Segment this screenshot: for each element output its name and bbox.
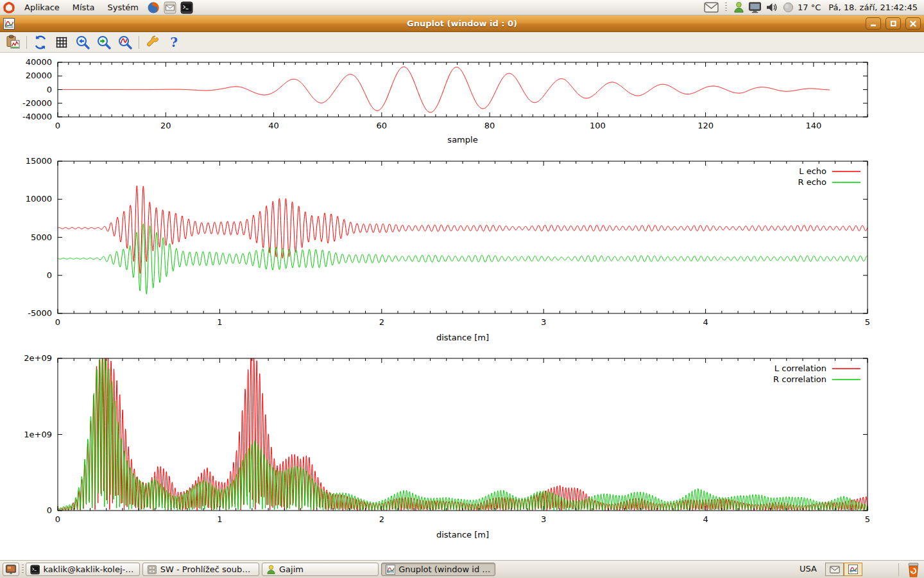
copy-to-clipboard-button[interactable] xyxy=(5,35,21,50)
svg-text:0: 0 xyxy=(47,85,52,94)
svg-text:40000: 40000 xyxy=(26,57,52,67)
bottom-taskbar: kaklik@kaklik-kolej-u... SW - Prohlížeč … xyxy=(0,560,924,578)
trash-applet[interactable] xyxy=(905,562,921,577)
svg-text:120: 120 xyxy=(697,121,714,130)
menu-system[interactable]: Systém xyxy=(101,0,144,15)
settings-wrench-button[interactable] xyxy=(145,35,160,50)
gnuplot-window-thumb-icon xyxy=(848,565,858,574)
svg-text:sample: sample xyxy=(447,135,477,144)
toolbar-separator xyxy=(26,36,27,49)
previous-zoom-button[interactable] xyxy=(75,35,90,50)
menu-places[interactable]: Místa xyxy=(66,0,101,15)
volume-icon[interactable] xyxy=(766,2,779,13)
display-icon[interactable] xyxy=(748,1,762,13)
svg-text:distance [m]: distance [m] xyxy=(436,333,489,342)
menu-applications[interactable]: Aplikace xyxy=(18,0,66,15)
top-panel: Aplikace Místa Systém xyxy=(0,0,924,15)
top-panel-left: Aplikace Místa Systém xyxy=(0,0,195,15)
help-button[interactable]: ? xyxy=(166,35,182,50)
svg-text:40: 40 xyxy=(268,121,279,130)
task-label: SW - Prohlížeč souborů xyxy=(160,565,255,574)
tasklist-drag-handle[interactable] xyxy=(22,565,24,575)
svg-text:1e+09: 1e+09 xyxy=(24,430,52,439)
ubuntu-logo-icon[interactable] xyxy=(3,1,15,14)
svg-text:0: 0 xyxy=(55,317,60,327)
terminal-icon xyxy=(30,565,40,575)
task-label: kaklik@kaklik-kolej-u... xyxy=(43,565,135,574)
terminal-launcher-icon[interactable] xyxy=(180,1,193,14)
svg-text:1: 1 xyxy=(217,317,222,327)
task-gajim[interactable]: Gajim xyxy=(262,563,379,576)
clock-applet[interactable]: Pá, 18. září, 21:42:45 xyxy=(825,3,921,12)
next-zoom-button[interactable] xyxy=(96,35,112,50)
svg-text:5: 5 xyxy=(865,514,870,524)
task-label: Gnuplot (window id : 0) xyxy=(398,565,491,574)
svg-text:60: 60 xyxy=(377,121,388,130)
workspace-2-button[interactable] xyxy=(844,563,862,576)
svg-text:L correlation: L correlation xyxy=(774,363,826,373)
task-file-manager[interactable]: SW - Prohlížeč souborů xyxy=(142,563,259,576)
svg-text:5: 5 xyxy=(865,317,870,327)
svg-text:100: 100 xyxy=(590,121,606,130)
svg-text:0: 0 xyxy=(55,514,60,524)
svg-text:0: 0 xyxy=(47,505,52,515)
gnuplot-window: Gnuplot (window id : 0) xyxy=(0,15,924,560)
svg-text:20: 20 xyxy=(160,121,171,130)
keyboard-layout-indicator[interactable]: USA xyxy=(800,564,817,574)
svg-text:0: 0 xyxy=(55,121,60,130)
svg-text:5000: 5000 xyxy=(31,232,52,242)
svg-text:4: 4 xyxy=(703,317,708,327)
gajim-person-icon xyxy=(266,565,276,575)
svg-text:R echo: R echo xyxy=(798,177,826,187)
svg-text:2e+09: 2e+09 xyxy=(24,353,52,363)
gnuplot-charts: 020406080100120140-40000-200000200004000… xyxy=(0,53,924,560)
applet-drag-handle[interactable] xyxy=(725,3,727,13)
svg-text:-5000: -5000 xyxy=(28,308,52,318)
gnuplot-icon xyxy=(386,565,395,575)
workspace-1-button[interactable] xyxy=(825,563,844,576)
gnuplot-window-icon xyxy=(3,18,15,30)
show-desktop-button[interactable] xyxy=(3,563,19,576)
svg-text:0: 0 xyxy=(47,270,52,280)
taskbar-separator xyxy=(898,563,899,576)
svg-text:?: ? xyxy=(170,35,178,50)
svg-text:3: 3 xyxy=(541,317,546,327)
svg-text:L echo: L echo xyxy=(799,166,826,176)
svg-text:-20000: -20000 xyxy=(22,98,52,108)
svg-text:10000: 10000 xyxy=(26,194,52,204)
toggle-grid-button[interactable] xyxy=(54,35,69,50)
svg-text:4: 4 xyxy=(703,514,708,524)
firefox-launcher-icon[interactable] xyxy=(147,1,160,14)
gnuplot-toolbar: ? xyxy=(0,32,924,53)
top-panel-status-area: 17 °C Pá, 18. září, 21:42:45 xyxy=(704,0,924,15)
maximize-button[interactable] xyxy=(886,17,901,30)
plot-canvas[interactable]: 020406080100120140-40000-200000200004000… xyxy=(0,53,924,560)
minimize-button[interactable] xyxy=(866,17,881,30)
task-terminal[interactable]: kaklik@kaklik-kolej-u... xyxy=(26,563,140,576)
temperature-label: 17 °C xyxy=(798,3,821,12)
titlebar[interactable]: Gnuplot (window id : 0) xyxy=(0,15,924,32)
svg-text:-40000: -40000 xyxy=(22,112,52,121)
svg-text:20000: 20000 xyxy=(26,71,52,80)
svg-text:140: 140 xyxy=(805,121,821,130)
file-manager-icon xyxy=(147,565,157,575)
svg-text:80: 80 xyxy=(484,121,495,130)
task-label: Gajim xyxy=(279,565,304,574)
mail-launcher-icon[interactable] xyxy=(164,1,176,14)
svg-text:2: 2 xyxy=(379,514,384,524)
mail-notification-icon[interactable] xyxy=(704,2,719,13)
task-gnuplot[interactable]: Gnuplot (window id : 0) xyxy=(381,563,495,576)
svg-text:1: 1 xyxy=(217,514,222,524)
toolbar-separator xyxy=(139,36,139,49)
user-switcher-icon[interactable] xyxy=(733,1,744,13)
window-title: Gnuplot (window id : 0) xyxy=(0,19,924,28)
mail-window-thumb-icon xyxy=(830,566,840,574)
close-button[interactable] xyxy=(905,17,921,30)
replot-button[interactable] xyxy=(33,35,48,50)
autoscale-button[interactable] xyxy=(117,35,133,50)
workspace-switcher xyxy=(825,563,862,576)
svg-text:2: 2 xyxy=(379,317,384,327)
svg-text:distance [m]: distance [m] xyxy=(436,530,489,539)
svg-text:15000: 15000 xyxy=(26,156,52,166)
weather-moon-icon[interactable] xyxy=(783,2,794,13)
